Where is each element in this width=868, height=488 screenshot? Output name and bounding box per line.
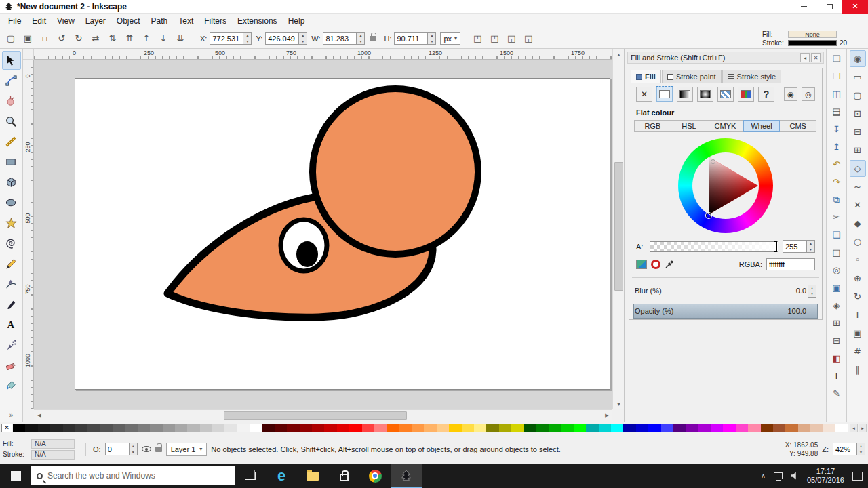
- color-mode-cmyk[interactable]: CMYK: [707, 120, 744, 132]
- palette-swatch[interactable]: [50, 424, 62, 432]
- edge-button[interactable]: e: [266, 464, 297, 488]
- palette-swatch[interactable]: [711, 424, 723, 432]
- height-field[interactable]: [394, 32, 428, 45]
- palette-swatch[interactable]: [63, 424, 75, 432]
- palette-swatch[interactable]: [38, 424, 50, 432]
- flip-vertical-button[interactable]: ⇅: [104, 30, 121, 47]
- raise-button[interactable]: ↑: [138, 30, 155, 47]
- network-icon[interactable]: [774, 472, 783, 479]
- palette-swatch[interactable]: [312, 424, 324, 432]
- palette-swatch[interactable]: [250, 424, 262, 432]
- copy-button[interactable]: ⧉: [829, 191, 845, 208]
- palette-swatch[interactable]: [87, 424, 100, 432]
- blur-spinner[interactable]: ▲▼: [808, 285, 816, 298]
- x-field[interactable]: [210, 32, 243, 45]
- palette-swatch[interactable]: [761, 424, 773, 432]
- palette-swatch[interactable]: [212, 424, 224, 432]
- spiral-tool[interactable]: [2, 234, 21, 253]
- toolbox-overflow-icon[interactable]: »: [9, 411, 14, 419]
- palette-swatch[interactable]: [163, 424, 175, 432]
- palette-swatch[interactable]: [424, 424, 436, 432]
- maximize-button[interactable]: [816, 0, 842, 14]
- pattern-button[interactable]: [717, 87, 734, 102]
- fill-rule-evenodd-button[interactable]: ◎: [802, 87, 815, 101]
- redo-button[interactable]: ↷: [829, 174, 845, 190]
- horizontal-scroll-thumb[interactable]: [224, 411, 407, 420]
- spray-tool[interactable]: [2, 336, 21, 354]
- no-paint-button[interactable]: ✕: [636, 87, 652, 102]
- panel-close-button[interactable]: ✕: [811, 53, 821, 62]
- snap-text-baseline-toggle[interactable]: T: [850, 306, 866, 323]
- swatch-button[interactable]: [738, 87, 754, 102]
- affect-corners-toggle[interactable]: ◳: [486, 30, 502, 47]
- zoom-spinner[interactable]: ▲▼: [857, 443, 865, 455]
- palette-swatch[interactable]: [698, 424, 711, 432]
- fill-stroke-indicator[interactable]: Fill: N/A Stroke: N/A: [3, 439, 79, 460]
- palette-swatch[interactable]: [387, 424, 399, 432]
- ungroup-button[interactable]: ⊟: [829, 332, 845, 349]
- alpha-field[interactable]: [783, 240, 807, 253]
- menu-item[interactable]: Help: [283, 14, 311, 28]
- palette-swatch[interactable]: [287, 424, 299, 432]
- snap-intersections-toggle[interactable]: ✕: [850, 197, 866, 214]
- layer-selector[interactable]: Layer 1 ▾: [166, 443, 208, 456]
- radial-gradient-button[interactable]: [697, 87, 713, 102]
- color-mode-rgb[interactable]: RGB: [634, 120, 671, 132]
- clone-button[interactable]: ◈: [829, 297, 845, 314]
- palette-swatch[interactable]: [611, 424, 623, 432]
- color-mode-wheel[interactable]: Wheel: [743, 120, 781, 132]
- palette-scroll-right-icon[interactable]: ▸: [859, 424, 867, 432]
- minimize-button[interactable]: [791, 0, 816, 14]
- select-all-button[interactable]: ▢: [3, 30, 19, 47]
- close-button[interactable]: ✕: [842, 0, 868, 14]
- affect-patterns-toggle[interactable]: ◲: [520, 30, 536, 47]
- palette-swatch[interactable]: [661, 424, 673, 432]
- flat-color-button[interactable]: [656, 87, 673, 102]
- menu-item[interactable]: Edit: [26, 14, 52, 28]
- search-input[interactable]: [47, 471, 229, 481]
- palette-swatch[interactable]: [437, 424, 449, 432]
- palette-swatch[interactable]: [187, 424, 199, 432]
- height-spinner[interactable]: ▲▼: [428, 32, 436, 45]
- rotate-cw-button[interactable]: ↻: [71, 30, 87, 47]
- snap-page-border-toggle[interactable]: ▣: [850, 325, 866, 342]
- units-dropdown[interactable]: px▾: [440, 32, 460, 45]
- lower-to-bottom-button[interactable]: ⇊: [172, 30, 189, 47]
- snap-bbox-corners-toggle[interactable]: ⊡: [850, 105, 866, 122]
- start-button[interactable]: [0, 464, 31, 488]
- color-wheel[interactable]: [678, 138, 773, 233]
- hue-marker[interactable]: [706, 213, 711, 218]
- unknown-paint-button[interactable]: ?: [758, 87, 774, 102]
- palette-swatch[interactable]: [723, 424, 735, 432]
- snap-rotation-center-toggle[interactable]: ↻: [850, 288, 866, 305]
- palette-swatch[interactable]: [100, 424, 113, 432]
- fill-rule-nonzero-button[interactable]: ◉: [784, 87, 797, 101]
- panel-titlebar[interactable]: Fill and Stroke (Shift+Ctrl+F) ◂ ✕: [627, 52, 824, 64]
- object-opacity-field[interactable]: [105, 443, 130, 455]
- menu-item[interactable]: Path: [146, 14, 174, 28]
- y-field[interactable]: [265, 32, 299, 45]
- palette-swatch[interactable]: [549, 424, 561, 432]
- print-document-button[interactable]: ▤: [829, 103, 845, 120]
- layer-visibility-icon[interactable]: [142, 446, 151, 452]
- task-view-button[interactable]: [235, 464, 266, 488]
- rgba-field[interactable]: [766, 258, 815, 270]
- palette-swatch[interactable]: [262, 424, 275, 432]
- vertical-scroll-thumb[interactable]: [614, 162, 623, 291]
- palette-swatch[interactable]: [300, 424, 312, 432]
- tab-stroke-paint[interactable]: Stroke paint: [662, 70, 722, 83]
- lock-ratio-icon[interactable]: [370, 36, 376, 41]
- linear-gradient-button[interactable]: [677, 87, 693, 102]
- color-mode-hsl[interactable]: HSL: [671, 120, 708, 132]
- star-tool[interactable]: [2, 214, 21, 232]
- no-color-swatch[interactable]: ✕: [1, 424, 12, 432]
- calligraphy-tool[interactable]: [2, 295, 21, 314]
- text-tool[interactable]: A: [2, 315, 21, 334]
- pencil-tool[interactable]: [2, 254, 21, 273]
- palette-swatch[interactable]: [785, 424, 797, 432]
- zoom-drawing-button[interactable]: ◎: [829, 262, 845, 279]
- fill-swatch[interactable]: None: [788, 30, 837, 38]
- object-opacity-spinner[interactable]: ▲▼: [130, 443, 138, 455]
- menu-item[interactable]: View: [52, 14, 80, 28]
- palette-swatch[interactable]: [362, 424, 374, 432]
